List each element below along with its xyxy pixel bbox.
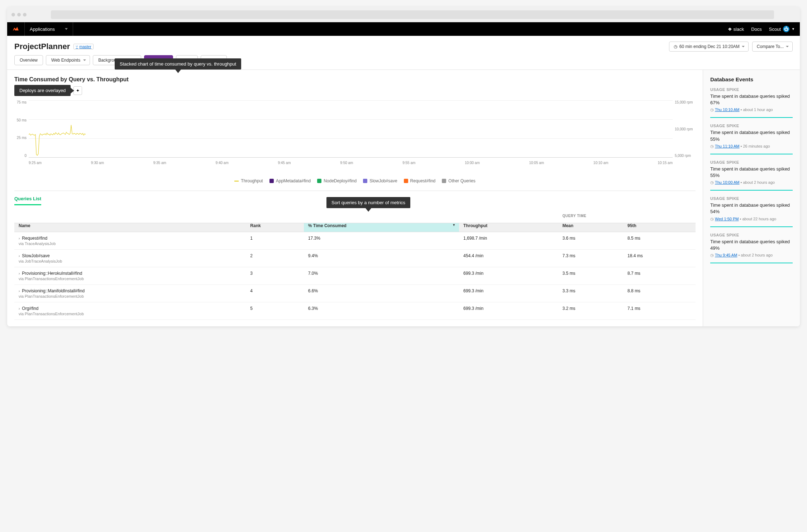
event-meta: Thu 11:10 AM • 26 minutes ago [710,144,793,149]
event-text: Time spent in database queries spiked 55… [710,129,793,142]
sidebar: Database Events USAGE SPIKETime spent in… [703,70,800,326]
cell-p95: 8.7 ms [623,267,696,285]
event-item[interactable]: USAGE SPIKETime spent in database querie… [710,160,793,191]
window-dot[interactable] [23,13,27,16]
event-time-link[interactable]: Thu 9:45 AM [715,253,737,257]
legend-label: SlowJob#save [369,178,397,183]
deploy-marker-toggle[interactable]: ✦ [73,86,82,95]
expand-icon[interactable]: › [19,236,20,240]
callout-chart: Stacked chart of time consumed by query … [115,58,241,70]
col-name[interactable]: Name [14,223,246,232]
slack-icon: ❖ [728,27,732,32]
event-meta: Thu 10:00 AM • about 2 hours ago [710,180,793,185]
cell-pct: 17.3% [304,232,459,250]
table-row[interactable]: ›SlowJob#savevia JobTraceAnalysisJob29.4… [14,250,696,267]
col-mean[interactable]: Mean [558,223,623,232]
cell-mean: 7.3 ms [558,250,623,267]
event-type: USAGE SPIKE [710,87,793,92]
table-row[interactable]: ›Org#findvia PlanTransactionsEnforcement… [14,302,696,320]
expand-icon[interactable]: › [19,254,20,258]
slack-label: slack [734,27,744,32]
cell-mean: 3.2 ms [558,302,623,320]
col-throughput[interactable]: Throughput [459,223,558,232]
legend-label: NodeDeploy#find [324,178,357,183]
event-item[interactable]: USAGE SPIKETime spent in database querie… [710,233,793,263]
window-dots [11,13,27,16]
cell-pct: 6.3% [304,302,459,320]
branch-tag[interactable]: ⑂ master [73,44,94,49]
header-right: ◷ 60 min ending Dec 21 10:20AM Compare T… [669,42,793,52]
app-name: ProjectPlanner [14,42,70,51]
table-row[interactable]: ›Provisioning::ManifoldInstall#findvia P… [14,285,696,302]
x-tick: 9:40 am [216,161,229,165]
compare-dropdown[interactable]: Compare To... [752,42,793,52]
browser-chrome-bar [7,7,800,22]
rocket-icon: ✦ [76,88,80,93]
table-row[interactable]: ›Request#findvia TraceAnalysisJob117.3%1… [14,232,696,250]
url-bar[interactable] [51,10,774,19]
legend-label: Throughput [241,178,263,183]
cell-mean: 3.3 ms [558,285,623,302]
time-range-label: 60 min ending Dec 21 10:20AM [679,44,740,49]
user-menu[interactable]: Scout ⏻ ▼ [769,26,795,32]
docs-link[interactable]: Docs [751,27,762,32]
legend-item[interactable]: SlowJob#save [363,178,397,183]
queries-header: Queries List Sort queries by a number of… [14,196,696,205]
event-item[interactable]: USAGE SPIKETime spent in database querie… [710,196,793,227]
cell-throughput: 699.3 /min [459,267,558,285]
event-item[interactable]: USAGE SPIKETime spent in database querie… [710,124,793,154]
event-time-link[interactable]: Thu 10:00 AM [715,180,740,184]
y-tick: 5,000 rpm [675,154,696,158]
legend-swatch [363,179,367,183]
clock-icon [710,180,715,184]
legend-swatch [404,179,408,183]
event-time-link[interactable]: Thu 11:10 AM [715,144,740,148]
tab-overview[interactable]: Overview [14,55,43,65]
applications-dropdown[interactable]: Applications [24,22,73,36]
window-dot[interactable] [11,13,15,16]
table-row[interactable]: ›Provisioning::HerokuInstall#findvia Pla… [14,267,696,285]
event-item[interactable]: USAGE SPIKETime spent in database querie… [710,87,793,118]
cell-pct: 9.4% [304,250,459,267]
scout-label: Scout [769,27,781,32]
col-95th[interactable]: 95th [623,223,696,232]
query-source: via PlanTransactionsEnforcementJob [19,294,242,298]
legend-item[interactable]: Request#find [404,178,436,183]
event-text: Time spent in database queries spiked 55… [710,166,793,179]
event-time-link[interactable]: Thu 10:10 AM [715,107,740,112]
y-tick: 25 ms [14,136,27,140]
cell-p95: 8.8 ms [623,285,696,302]
query-name: Provisioning::ManifoldInstall#find [22,288,85,293]
col-pct-time[interactable]: % Time Consumed [304,223,459,232]
query-name: Provisioning::HerokuInstall#find [22,271,82,276]
chart-plot[interactable] [29,100,673,158]
event-meta: Wed 1:50 PM • about 22 hours ago [710,217,793,221]
callout-deploys: Deploys are overlayed [14,85,71,96]
logo-icon[interactable] [7,25,24,33]
legend-item[interactable]: NodeDeploy#find [317,178,357,183]
legend-swatch [442,179,446,183]
legend-item[interactable]: Other Queries [442,178,475,183]
legend-swatch [269,179,274,183]
legend-item[interactable]: Throughput [234,178,263,183]
main-column: Time Consumed by Query vs. Throughput St… [7,70,703,326]
event-time-link[interactable]: Wed 1:50 PM [715,217,739,221]
queries-list-tab[interactable]: Queries List [14,196,41,205]
x-axis: 9:25 am9:30 am9:35 am9:40 am9:45 am9:50 … [29,161,673,165]
chevron-down-icon: ▼ [792,27,795,31]
window-dot[interactable] [17,13,21,16]
event-type: USAGE SPIKE [710,160,793,164]
tab-web-endpoints[interactable]: Web Endpoints [46,55,90,65]
col-rank[interactable]: Rank [246,223,304,232]
legend-item[interactable]: AppMetadata#find [269,178,311,183]
time-range-picker[interactable]: ◷ 60 min ending Dec 21 10:20AM [669,42,749,52]
cell-rank: 4 [246,285,304,302]
cell-p95: 18.4 ms [623,250,696,267]
expand-icon[interactable]: › [19,307,20,311]
cell-p95: 7.1 ms [623,302,696,320]
x-tick: 9:55 am [402,161,415,165]
expand-icon[interactable]: › [19,272,20,275]
clock-icon [710,253,715,257]
slack-link[interactable]: ❖ slack [728,27,744,32]
expand-icon[interactable]: › [19,289,20,293]
